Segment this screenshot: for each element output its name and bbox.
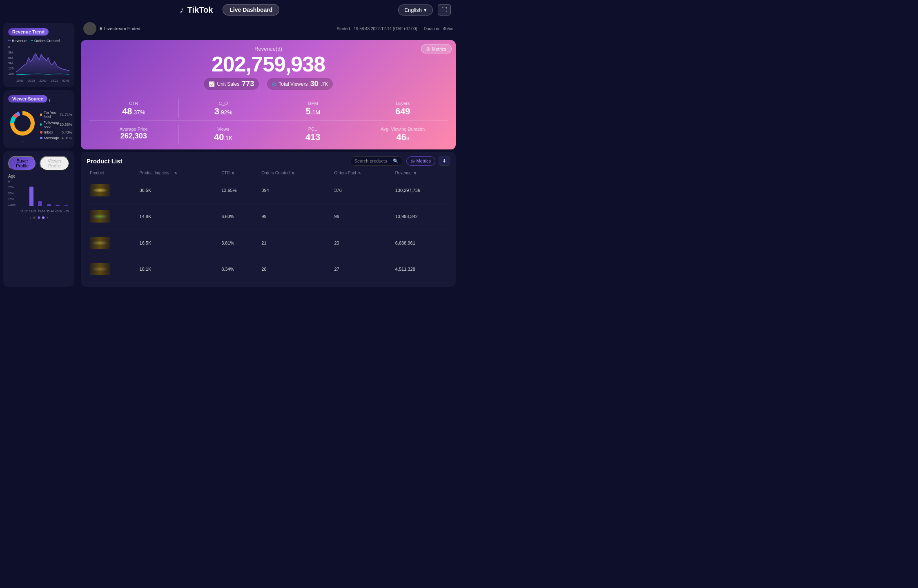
avatar	[83, 22, 96, 35]
donut-more[interactable]: ...	[21, 138, 24, 143]
age-bar-4	[56, 205, 60, 206]
revenue-stats-row: 📈 Unit Sales 773 ◎ Total Viewers 30.7K	[89, 78, 448, 90]
expand-button[interactable]: ⛶	[438, 4, 451, 16]
right-content: Livestream Ended Started: 19:58:43 2022-…	[78, 20, 459, 290]
revenue-3: 4,511,328	[392, 256, 450, 282]
donut-section: ... For You feed 74.71% Following feed	[8, 109, 69, 143]
chart-x-labels: 19:58 20:59 22:00 23:01 00:03	[16, 79, 69, 82]
profile-tabs: Buyer Profile Viewer Profile	[8, 156, 69, 171]
revenue-trend-title: Revenue Trend	[8, 28, 49, 36]
download-icon: ⬇	[442, 158, 446, 164]
ended-text: Livestream Ended	[104, 26, 140, 31]
rev-metric-ctr: CTR 48.37%	[89, 99, 179, 118]
vi-dot-1	[40, 123, 42, 126]
age-bar-5	[64, 205, 68, 206]
prev-page-arrow[interactable]: ‹	[30, 215, 31, 220]
rev-metric-buyers: Buyers 649	[358, 99, 448, 118]
vi-label-2: Inbox	[44, 130, 53, 134]
table-row: 18.1K 8.34% 28 27 4,511,328	[87, 256, 450, 282]
age-bar-2	[38, 201, 42, 206]
language-label: English	[404, 7, 422, 13]
col-revenue[interactable]: Revenue ⇅	[392, 169, 450, 177]
logo: ♪ TikTok Live Dashboard	[180, 4, 280, 16]
expand-icon: ⛶	[441, 7, 447, 13]
sort-icon-ctr: ⇅	[232, 172, 234, 175]
download-button[interactable]: ⬇	[439, 156, 450, 166]
rev-metric-avg-price: Average Price 262,303	[89, 125, 179, 144]
chart-y-labels: 15M 12M 9M 6M 3M 0	[8, 45, 15, 76]
legend-orders: Orders Created	[31, 39, 60, 43]
sort-icon-orders-created: ⇅	[292, 172, 294, 175]
age-bars	[20, 180, 69, 206]
col-orders-created[interactable]: Orders Created ⇅	[258, 169, 331, 177]
product-thumb-cell-1	[87, 203, 136, 229]
page-dot-2[interactable]	[42, 216, 45, 219]
viewer-item-2: Inbox 5.43%	[40, 130, 72, 134]
stream-bar: Livestream Ended Started: 19:58:43 2022-…	[78, 20, 459, 38]
language-button[interactable]: English ▾	[398, 4, 433, 16]
ended-dot-icon	[100, 27, 102, 30]
age-bar-1	[29, 187, 33, 206]
ctr-1: 6.63%	[218, 203, 258, 229]
product-metrics-button[interactable]: ◎ Metrics	[406, 156, 435, 166]
product-list-actions: Search products 🔍 ◎ Metrics ⬇	[350, 156, 450, 166]
vi-label-1: Following feed	[43, 120, 60, 129]
vi-label-0: For You feed	[44, 111, 60, 119]
product-image-0	[90, 184, 110, 196]
product-thumb-cell-2	[87, 230, 136, 256]
header-right: English ▾ ⛶	[398, 4, 451, 16]
col-orders-paid[interactable]: Orders Paid ⇅	[331, 169, 392, 177]
page-dot-0[interactable]	[33, 216, 36, 219]
viewer-item-0: For You feed 74.71%	[40, 111, 72, 119]
legend-orders-label: Orders Created	[34, 39, 60, 43]
age-bar-col-2	[37, 180, 43, 206]
chevron-down-icon: ▾	[424, 7, 427, 13]
rev-metric-avg-view-dur: Avg. Viewing Duration 46s	[358, 125, 448, 144]
col-impressions[interactable]: Product Impress... ⇅	[136, 169, 218, 177]
header: ♪ TikTok Live Dashboard English ▾ ⛶	[0, 0, 459, 20]
table-header-row: Product Product Impress... ⇅ CTR ⇅ Order…	[87, 169, 450, 177]
page-dot-1[interactable]	[38, 216, 40, 219]
orders-dot	[31, 40, 33, 41]
product-list-section: Product List Search products 🔍 ◎ Metrics…	[81, 152, 456, 287]
impress-3: 18.1K	[136, 256, 218, 282]
vi-dot-0	[40, 114, 42, 116]
age-bar-col-3	[46, 180, 52, 206]
viewer-profile-tab[interactable]: Viewer Profile	[40, 156, 69, 171]
age-bar-0	[21, 206, 25, 206]
rev-metric-pcu: PCU 413	[268, 125, 358, 144]
revenue-1: 13,993,342	[392, 203, 450, 229]
age-x-labels: 13-17 18-24 25-34 35-44 45-54 >55	[20, 210, 69, 213]
age-title: Age	[8, 174, 69, 178]
age-bar-col-4	[54, 180, 60, 206]
product-search-box[interactable]: Search products 🔍	[350, 156, 403, 166]
duration-info: Duration: 4h5m	[424, 27, 453, 31]
revenue-trend-card: Revenue Trend Revenue Orders Created 15M…	[3, 23, 74, 87]
sort-icon-orders-paid: ⇅	[358, 172, 361, 175]
sort-icon-revenue: ⇅	[414, 172, 417, 175]
search-placeholder: Search products	[354, 158, 387, 163]
col-product: Product	[87, 169, 136, 177]
orders-paid-0: 376	[331, 177, 392, 203]
buyer-profile-tab[interactable]: Buyer Profile	[8, 156, 36, 171]
orders-created-0: 394	[258, 177, 331, 203]
sort-icon-impressions: ⇅	[174, 172, 177, 175]
age-bar-3	[47, 204, 51, 206]
chart-svg-area	[16, 45, 69, 76]
orders-created-1: 99	[258, 203, 331, 229]
table-row: 14.8K 6.63% 99 96 13,993,342	[87, 203, 450, 229]
age-bar-col-5	[63, 180, 69, 206]
orders-created-2: 21	[258, 230, 331, 256]
impress-1: 14.8K	[136, 203, 218, 229]
stream-info: Started: 19:58:43 2022-12-14 (GMT+07:00)…	[336, 27, 453, 31]
revenue-metrics-button[interactable]: ◎ Metrics	[421, 44, 452, 53]
revenue-title: Revenue(đ)	[89, 46, 448, 52]
rev-metric-views: Views 40.1K	[179, 125, 269, 144]
vi-dot-2	[40, 131, 42, 134]
product-list-title: Product List	[87, 158, 123, 165]
next-page-arrow[interactable]: ›	[47, 215, 48, 220]
ctr-2: 3.81%	[218, 230, 258, 256]
profile-card: Buyer Profile Viewer Profile Age 100% 75…	[3, 151, 74, 287]
age-y-labels: 100% 75% 50% 25% 0	[8, 180, 16, 206]
col-ctr[interactable]: CTR ⇅	[218, 169, 258, 177]
